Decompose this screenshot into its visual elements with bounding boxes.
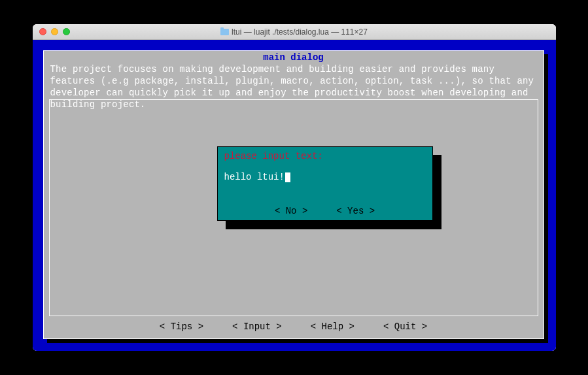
terminal: main dialog The project focuses on makin… — [33, 40, 556, 351]
input-dialog-buttons: < No > < Yes > — [218, 206, 432, 216]
main-dialog-title: main dialog — [50, 52, 537, 63]
yes-button[interactable]: < Yes > — [336, 206, 375, 216]
close-icon[interactable] — [39, 28, 46, 35]
main-dialog-buttons: < Tips > < Input > < Help > < Quit > — [44, 321, 544, 332]
traffic-lights — [33, 28, 70, 35]
cursor-icon — [285, 172, 290, 182]
maximize-icon[interactable] — [63, 28, 70, 35]
input-value-text: hello ltui! — [224, 172, 285, 182]
minimize-icon[interactable] — [51, 28, 58, 35]
input-button[interactable]: < Input > — [232, 321, 282, 332]
input-dialog: please input text: hello ltui! < No > < … — [217, 146, 433, 221]
quit-button[interactable]: < Quit > — [383, 321, 427, 332]
window-title-text: ltui — luajit ./tests/dialog.lua — 111×2… — [232, 27, 368, 37]
input-field[interactable]: hello ltui! — [224, 172, 426, 182]
macos-window: ltui — luajit ./tests/dialog.lua — 111×2… — [33, 24, 556, 351]
folder-icon — [220, 29, 229, 35]
tips-button[interactable]: < Tips > — [160, 321, 203, 332]
input-prompt: please input text: — [224, 151, 426, 161]
titlebar: ltui — luajit ./tests/dialog.lua — 111×2… — [33, 24, 556, 40]
window-title: ltui — luajit ./tests/dialog.lua — 111×2… — [33, 27, 556, 37]
help-button[interactable]: < Help > — [311, 321, 355, 332]
no-button[interactable]: < No > — [275, 206, 307, 216]
